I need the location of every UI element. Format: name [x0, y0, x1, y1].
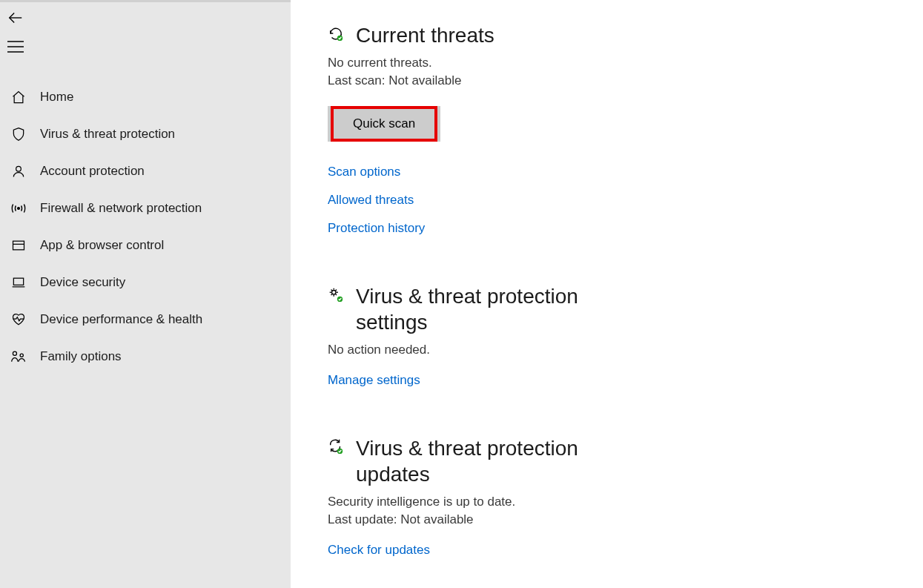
protection-history-link[interactable]: Protection history — [328, 221, 886, 236]
back-button[interactable] — [0, 2, 291, 26]
family-icon — [7, 349, 30, 364]
sidebar-item-device-security[interactable]: Device security — [0, 264, 291, 301]
section-title: Current threats — [356, 22, 494, 48]
history-shield-icon — [328, 25, 344, 44]
sidebar-item-label: Family options — [40, 349, 122, 364]
window-icon — [7, 238, 30, 253]
manage-settings-link[interactable]: Manage settings — [328, 373, 886, 388]
svg-rect-6 — [13, 241, 24, 250]
sidebar-item-label: Device security — [40, 275, 125, 290]
sidebar-item-label: Home — [40, 90, 73, 105]
person-icon — [7, 164, 30, 179]
sidebar-item-virus-threat[interactable]: Virus & threat protection — [0, 116, 291, 153]
threats-last-scan: Last scan: Not available — [328, 73, 886, 88]
svg-point-11 — [20, 354, 23, 357]
laptop-icon — [7, 275, 30, 290]
section-title: Virus & threat protection updates — [356, 435, 601, 487]
sidebar-item-family[interactable]: Family options — [0, 338, 291, 375]
section-title: Virus & threat protection settings — [356, 283, 601, 335]
sidebar: Home Virus & threat protection Account p… — [0, 0, 291, 588]
sidebar-item-label: Firewall & network protection — [40, 201, 202, 216]
svg-point-4 — [16, 166, 21, 171]
sidebar-item-label: Account protection — [40, 164, 145, 179]
settings-status: No action needed. — [328, 343, 886, 357]
updates-last: Last update: Not available — [328, 512, 886, 527]
signal-icon — [7, 201, 30, 216]
updates-status: Security intelligence is up to date. — [328, 495, 886, 509]
hamburger-button[interactable] — [0, 26, 291, 53]
sidebar-item-firewall[interactable]: Firewall & network protection — [0, 190, 291, 227]
quick-scan-container: Quick scan — [328, 106, 440, 142]
svg-point-13 — [332, 291, 337, 295]
shield-icon — [7, 127, 30, 142]
gear-check-icon — [328, 286, 344, 305]
quick-scan-button[interactable]: Quick scan — [337, 112, 431, 136]
scan-options-link[interactable]: Scan options — [328, 165, 886, 179]
section-vtp-settings: Virus & threat protection settings No ac… — [328, 283, 886, 394]
svg-point-5 — [18, 208, 20, 210]
arrow-left-icon — [7, 10, 24, 26]
threats-status: No current threats. — [328, 56, 886, 70]
sidebar-item-performance[interactable]: Device performance & health — [0, 301, 291, 338]
heart-icon — [7, 312, 30, 327]
main-content: Current threats No current threats. Last… — [291, 0, 923, 588]
sidebar-item-home[interactable]: Home — [0, 79, 291, 116]
sidebar-item-app-browser[interactable]: App & browser control — [0, 227, 291, 264]
sidebar-nav: Home Virus & threat protection Account p… — [0, 79, 291, 375]
home-icon — [7, 90, 30, 105]
hamburger-icon — [7, 41, 24, 53]
sidebar-item-account[interactable]: Account protection — [0, 153, 291, 190]
check-updates-link[interactable]: Check for updates — [328, 543, 886, 558]
refresh-check-icon — [328, 438, 344, 457]
section-vtp-updates: Virus & threat protection updates Securi… — [328, 435, 886, 564]
svg-point-10 — [13, 351, 16, 355]
svg-rect-8 — [13, 278, 23, 285]
sidebar-item-label: App & browser control — [40, 238, 164, 253]
sidebar-item-label: Device performance & health — [40, 312, 202, 327]
sidebar-item-label: Virus & threat protection — [40, 127, 175, 142]
quick-scan-highlight: Quick scan — [331, 106, 437, 142]
allowed-threats-link[interactable]: Allowed threats — [328, 193, 886, 208]
section-current-threats: Current threats No current threats. Last… — [328, 22, 886, 242]
